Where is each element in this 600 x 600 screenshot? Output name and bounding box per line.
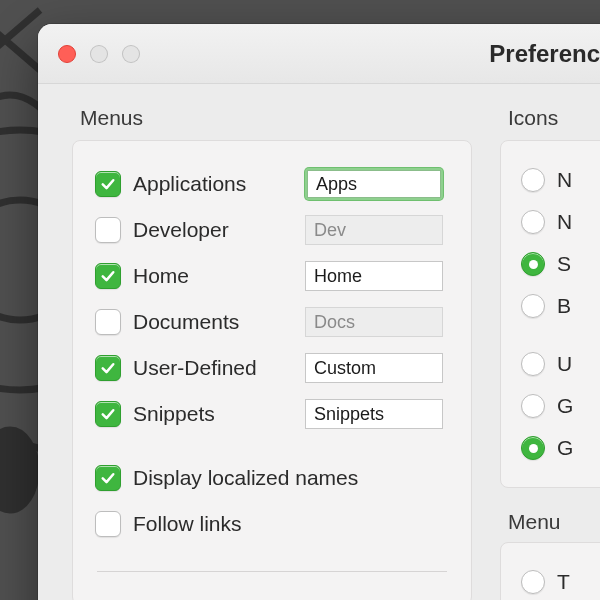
preferences-window: Preferences Menus ApplicationsDeveloperH… <box>38 24 600 600</box>
menu-label: User-Defined <box>133 356 305 380</box>
icon-size-radio[interactable] <box>521 252 545 276</box>
option-row: Follow links <box>95 501 449 547</box>
radio-row: N <box>521 159 600 201</box>
icons-section-label: Icons <box>508 106 600 130</box>
menu-row: Applications <box>95 161 449 207</box>
menu-label: Snippets <box>133 402 305 426</box>
titlebar[interactable]: Preferences <box>38 24 600 84</box>
menus-section-label: Menus <box>80 106 472 130</box>
menu-name-field[interactable] <box>307 170 441 198</box>
menu-checkbox[interactable] <box>95 355 121 381</box>
icon-size-radio[interactable] <box>521 210 545 234</box>
menu-row: User-Defined <box>95 345 449 391</box>
radio-row: U <box>521 343 600 385</box>
display-localized-checkbox[interactable] <box>95 465 121 491</box>
menu-name-field-wrapper <box>305 215 443 245</box>
follow-links-checkbox[interactable] <box>95 511 121 537</box>
radio-row: N <box>521 201 600 243</box>
menu-name-field-wrapper <box>305 168 443 200</box>
radio-row: B <box>521 285 600 327</box>
menu-name-field-wrapper <box>305 353 443 383</box>
window-controls <box>58 45 140 63</box>
menu-row: Snippets <box>95 391 449 437</box>
icon-size-radio[interactable] <box>521 570 545 594</box>
divider <box>97 571 447 572</box>
minimize-icon[interactable] <box>90 45 108 63</box>
menu-checkbox[interactable] <box>95 171 121 197</box>
radio-row: S <box>521 243 600 285</box>
menu-label: Home <box>133 264 305 288</box>
menu-name-field[interactable] <box>305 261 443 291</box>
radio-label: S <box>557 252 571 276</box>
menu-name-field[interactable] <box>305 353 443 383</box>
menu-name-field[interactable] <box>305 307 443 337</box>
option-label: Display localized names <box>133 466 449 490</box>
menu-checkbox[interactable] <box>95 263 121 289</box>
menu-row: Documents <box>95 299 449 345</box>
icon-size-radio[interactable] <box>521 168 545 192</box>
radio-label: G <box>557 394 573 418</box>
menu-name-field-wrapper <box>305 399 443 429</box>
menu-label: Applications <box>133 172 305 196</box>
option-label: Follow links <box>133 512 449 536</box>
close-icon[interactable] <box>58 45 76 63</box>
icon-size-radio[interactable] <box>521 394 545 418</box>
menu-font-section-label: Menu <box>508 510 600 534</box>
radio-row: G <box>521 385 600 427</box>
radio-label: N <box>557 210 572 234</box>
icon-size-radio[interactable] <box>521 352 545 376</box>
radio-label: N <box>557 168 572 192</box>
menus-panel: ApplicationsDeveloperHomeDocumentsUser-D… <box>72 140 472 600</box>
radio-row: T <box>521 561 600 600</box>
menu-checkbox[interactable] <box>95 309 121 335</box>
menu-name-field[interactable] <box>305 215 443 245</box>
icons-panel: NNSBUGG <box>500 140 600 488</box>
zoom-icon[interactable] <box>122 45 140 63</box>
menu-checkbox[interactable] <box>95 217 121 243</box>
menu-checkbox[interactable] <box>95 401 121 427</box>
menu-name-field[interactable] <box>305 399 443 429</box>
menu-row: Home <box>95 253 449 299</box>
icon-size-radio[interactable] <box>521 294 545 318</box>
radio-label: U <box>557 352 572 376</box>
menu-label: Documents <box>133 310 305 334</box>
menu-row: Developer <box>95 207 449 253</box>
radio-label: T <box>557 570 570 594</box>
radio-row: G <box>521 427 600 469</box>
menu-label: Developer <box>133 218 305 242</box>
menu-name-field-wrapper <box>305 307 443 337</box>
option-row: Display localized names <box>95 455 449 501</box>
radio-label: B <box>557 294 571 318</box>
radio-label: G <box>557 436 573 460</box>
menu-name-field-wrapper <box>305 261 443 291</box>
menu-font-panel: T <box>500 542 600 600</box>
icon-size-radio[interactable] <box>521 436 545 460</box>
svg-point-3 <box>0 430 36 510</box>
